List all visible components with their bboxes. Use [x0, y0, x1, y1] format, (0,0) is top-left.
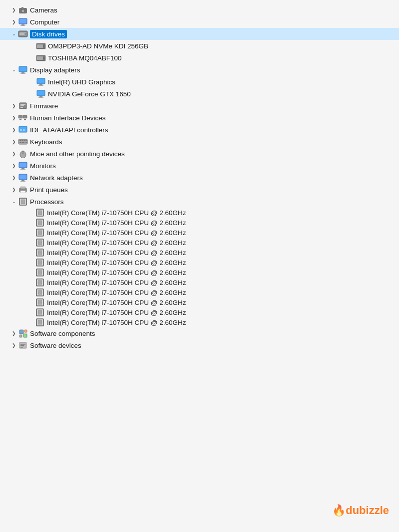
cpu9-label: Intel(R) Core(TM) i7-10750H CPU @ 2.60GH… — [47, 289, 186, 296]
cpu5-label: Intel(R) Core(TM) i7-10750H CPU @ 2.60GH… — [47, 249, 186, 257]
svg-rect-4 — [21, 24, 24, 25]
tree-item-cpu2[interactable]: Intel(R) Core(TM) i7-10750H CPU @ 2.60GH… — [0, 218, 399, 228]
firmware-icon — [18, 101, 28, 111]
expander-hid[interactable]: ❯ — [10, 114, 18, 122]
svg-rect-75 — [38, 300, 42, 304]
svg-rect-40 — [21, 142, 24, 143]
svg-rect-81 — [24, 330, 27, 332]
tree-item-cpu1[interactable]: Intel(R) Core(TM) i7-10750H CPU @ 2.60GH… — [0, 208, 399, 218]
tree-item-processors[interactable]: ⌄ Processors — [0, 196, 399, 208]
svg-rect-55 — [21, 200, 25, 204]
expander-cpu12 — [28, 318, 36, 326]
cpu12-label: Intel(R) Core(TM) i7-10750H CPU @ 2.60GH… — [47, 319, 186, 326]
svg-rect-2 — [21, 7, 23, 8]
nvidia-gpu-label: NVIDIA GeForce GTX 1650 — [48, 90, 131, 98]
tree-item-cpu12[interactable]: Intel(R) Core(TM) i7-10750H CPU @ 2.60GH… — [0, 317, 399, 327]
cameras-label: Cameras — [30, 6, 57, 14]
svg-rect-67 — [38, 261, 42, 265]
svg-rect-52 — [20, 187, 25, 189]
svg-rect-5 — [20, 25, 25, 26]
expander-disk-drives[interactable]: ⌄ — [10, 30, 18, 38]
svg-rect-17 — [20, 73, 25, 74]
tree-item-cpu3[interactable]: Intel(R) Core(TM) i7-10750H CPU @ 2.60GH… — [0, 228, 399, 238]
tree-item-cpu5[interactable]: Intel(R) Core(TM) i7-10750H CPU @ 2.60GH… — [0, 248, 399, 258]
svg-rect-65 — [38, 251, 42, 255]
ide-label: IDE ATA/ATAPI controllers — [30, 126, 108, 134]
svg-rect-35 — [19, 140, 21, 141]
tree-item-cpu10[interactable]: Intel(R) Core(TM) i7-10750H CPU @ 2.60GH… — [0, 297, 399, 307]
tree-item-monitors[interactable]: ❯ Monitors — [0, 160, 399, 172]
expander-keyboards[interactable]: ❯ — [10, 138, 18, 146]
computer-icon — [18, 17, 28, 27]
svg-rect-26 — [20, 105, 24, 106]
svg-rect-41 — [25, 142, 27, 143]
expander-cpu5 — [28, 249, 36, 257]
tree-item-print[interactable]: ❯ Print queues — [0, 184, 399, 196]
svg-rect-45 — [19, 162, 27, 168]
cpu8-icon — [36, 278, 44, 286]
tree-item-ide[interactable]: ❯ IDE IDE ATA/ATAPI controllers — [0, 124, 399, 136]
tree-item-intel-gpu[interactable]: Intel(R) UHD Graphics — [0, 76, 399, 88]
svg-rect-15 — [19, 66, 27, 72]
tree-item-hid[interactable]: ❯ Human Interface Devices — [0, 112, 399, 124]
tree-item-cpu7[interactable]: Intel(R) Core(TM) i7-10750H CPU @ 2.60GH… — [0, 267, 399, 277]
cpu10-icon — [36, 298, 44, 306]
cpu5-icon — [36, 249, 44, 257]
svg-rect-21 — [37, 90, 45, 96]
expander-firmware[interactable]: ❯ — [10, 102, 18, 110]
tree-item-software-devices[interactable]: ❯ Software devices — [0, 339, 399, 351]
tree-item-cpu6[interactable]: Intel(R) Core(TM) i7-10750H CPU @ 2.60GH… — [0, 258, 399, 267]
tree-item-nvidia-gpu[interactable]: NVIDIA GeForce GTX 1650 — [0, 88, 399, 100]
software-devices-label: Software devices — [30, 342, 81, 349]
svg-rect-49 — [21, 180, 24, 181]
expander-software-devices[interactable]: ❯ — [10, 341, 18, 349]
expander-processors[interactable]: ⌄ — [10, 198, 18, 206]
tree-item-software-components[interactable]: ❯ Software components — [0, 327, 399, 339]
tree-item-firmware[interactable]: ❯ Firmware — [0, 100, 399, 112]
expander-cpu7 — [28, 268, 36, 276]
expander-nvidia-gpu — [28, 90, 36, 98]
cpu11-label: Intel(R) Core(TM) i7-10750H CPU @ 2.60GH… — [47, 309, 186, 316]
svg-rect-61 — [38, 231, 42, 235]
watermark-text: dubizzle — [346, 504, 389, 517]
expander-display-adapters[interactable]: ⌄ — [10, 66, 18, 74]
tree-item-mice[interactable]: ❯ Mice and other pointing devices — [0, 148, 399, 160]
svg-rect-47 — [20, 169, 25, 170]
mice-label: Mice and other pointing devices — [30, 150, 125, 158]
computer-label: Computer — [30, 18, 59, 26]
expander-cameras[interactable]: ❯ — [10, 6, 18, 14]
svg-rect-18 — [37, 78, 45, 84]
cpu11-icon — [36, 308, 44, 316]
expander-mice[interactable]: ❯ — [10, 150, 18, 158]
svg-rect-3 — [19, 18, 27, 24]
expander-monitors[interactable]: ❯ — [10, 162, 18, 170]
tree-item-cpu9[interactable]: Intel(R) Core(TM) i7-10750H CPU @ 2.60GH… — [0, 287, 399, 297]
network-label: Network adapters — [30, 174, 83, 182]
tree-item-keyboards[interactable]: ❯ Keyboards — [0, 136, 399, 148]
cpu4-icon — [36, 239, 44, 247]
expander-network[interactable]: ❯ — [10, 174, 18, 182]
print-icon — [18, 185, 28, 195]
tree-item-cameras[interactable]: ❯ Cameras — [0, 4, 399, 16]
disk-drives-label: Disk drives — [30, 30, 67, 38]
cpu1-label: Intel(R) Core(TM) i7-10750H CPU @ 2.60GH… — [47, 209, 186, 217]
svg-rect-30 — [19, 119, 21, 120]
tree-item-disk1[interactable]: OM3PDP3-AD NVMe KDI 256GB — [0, 40, 399, 52]
intel-gpu-label: Intel(R) UHD Graphics — [48, 78, 115, 86]
expander-computer[interactable]: ❯ — [10, 18, 18, 26]
tree-item-computer[interactable]: ❯ Computer — [0, 16, 399, 28]
expander-ide[interactable]: ❯ — [10, 126, 18, 134]
expander-print[interactable]: ❯ — [10, 186, 18, 194]
processors-label: Processors — [30, 198, 64, 206]
tree-item-cpu4[interactable]: Intel(R) Core(TM) i7-10750H CPU @ 2.60GH… — [0, 238, 399, 248]
expander-cpu10 — [28, 298, 36, 306]
tree-item-disk2[interactable]: TOSHIBA MQ04ABF100 — [0, 52, 399, 64]
tree-item-disk-drives[interactable]: ⌄ Disk drives — [0, 28, 399, 40]
expander-software-components[interactable]: ❯ — [10, 329, 18, 337]
tree-item-cpu11[interactable]: Intel(R) Core(TM) i7-10750H CPU @ 2.60GH… — [0, 307, 399, 317]
tree-item-cpu8[interactable]: Intel(R) Core(TM) i7-10750H CPU @ 2.60GH… — [0, 277, 399, 287]
expander-cpu3 — [28, 229, 36, 237]
tree-item-network[interactable]: ❯ Network adapters — [0, 172, 399, 184]
tree-item-display-adapters[interactable]: ⌄ Display adapters — [0, 64, 399, 76]
disk1-icon — [36, 41, 46, 51]
